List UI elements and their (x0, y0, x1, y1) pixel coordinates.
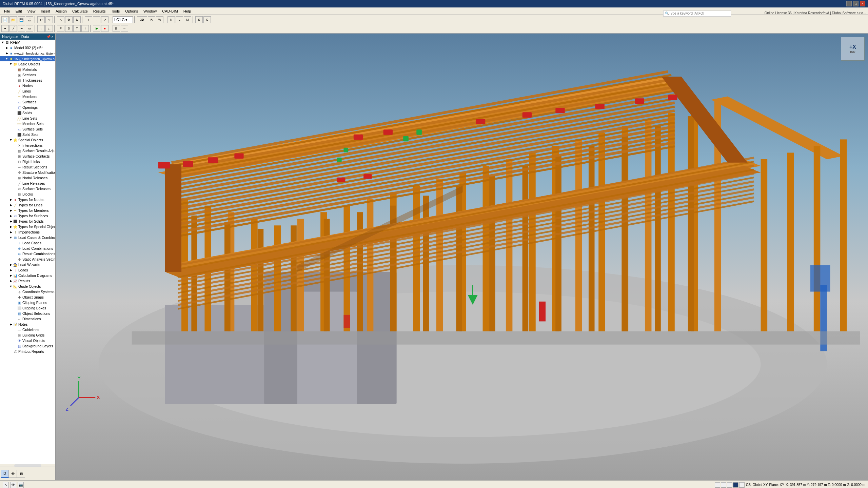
tree-result-combinations[interactable]: ⊗ Result Combinations (0, 251, 55, 257)
tree-solid-sets[interactable]: ⬛ Solid Sets (0, 132, 55, 137)
tree-special-objects[interactable]: ▼ ⭐ Special Objects (0, 137, 55, 143)
tb-dim[interactable]: ↔ (121, 25, 128, 32)
tree-blocks[interactable]: ⊟ Blocks (0, 191, 55, 197)
expand-icon[interactable]: ▶ (9, 219, 13, 223)
tree-guide-objects[interactable]: ▼ 📐 Guide Objects (0, 284, 55, 289)
window-controls[interactable]: – □ × (846, 1, 865, 6)
expand-icon[interactable]: ▼ (9, 62, 13, 66)
tree-solids[interactable]: ⬛ Solids (0, 110, 55, 116)
tb-section[interactable]: ⊞ (113, 25, 120, 32)
tree-members[interactable]: ━ Members (0, 94, 55, 99)
nav-view-tab[interactable]: 🖥 (17, 470, 25, 478)
status-pointer-btn[interactable]: ↖ (3, 482, 9, 488)
tb-members-toggle[interactable]: M (184, 16, 191, 23)
tree-clipping-boxes[interactable]: ⬜ Clipping Boxes (0, 305, 55, 311)
tb-surface[interactable]: ▭ (26, 25, 33, 32)
expand-icon[interactable]: ▶ (9, 273, 13, 278)
status-eye-btn[interactable]: 👁 (10, 482, 16, 488)
render-icon-2[interactable] (721, 482, 726, 488)
tree-structure-modifications[interactable]: ⚙ Structure Modifications (0, 170, 55, 175)
menu-help[interactable]: Help (181, 8, 194, 14)
tb-zoom-fit[interactable]: ⤢ (101, 16, 108, 23)
tb-new[interactable]: 📄 (1, 16, 9, 23)
tree-calculation-diagrams[interactable]: ▶ 📊 Calculation Diagrams (0, 273, 55, 278)
tree-openings[interactable]: ▢ Openings (0, 105, 55, 110)
tree-building-grids[interactable]: ⊞ Building Grids (0, 332, 55, 338)
tree-load-wizards[interactable]: ▶ 🧙 Load Wizards (0, 262, 55, 267)
tb-move[interactable]: ✥ (65, 16, 73, 23)
tb-zoom-out[interactable]: - (93, 16, 100, 23)
tree-sections[interactable]: ▣ Sections (0, 72, 55, 78)
tb-nodes-toggle[interactable]: N (167, 16, 175, 23)
tree-visual-objects[interactable]: 👁 Visual Objects (0, 338, 55, 343)
expand-icon[interactable]: ▼ (5, 57, 9, 61)
tb-select[interactable]: ↖ (57, 16, 64, 23)
tree-surface-releases[interactable]: ▭ Surface Releases (0, 186, 55, 191)
tb-calculate[interactable]: ▶ (93, 25, 100, 32)
tb-3d[interactable]: 3D (137, 16, 147, 23)
tb-view-side[interactable]: S (65, 25, 73, 32)
nav-scrollbar[interactable] (0, 464, 55, 467)
expand-icon[interactable]: ▶ (9, 225, 13, 229)
tree-model153[interactable]: ▼ ■ 153_Kindergarten_C(www.agabau.at.rf5… (0, 56, 55, 61)
tree-printout-reports[interactable]: 🖨 Printout Reports (0, 349, 55, 354)
expand-icon[interactable]: ▶ (9, 214, 13, 218)
tb-member[interactable]: ━ (18, 25, 25, 32)
tree-load-cases-combinations[interactable]: ▼ ⊞ Load Cases & Combinations (0, 235, 55, 240)
render-icon-active[interactable] (733, 482, 738, 488)
tree-object-selections[interactable]: ▤ Object Selections (0, 311, 55, 316)
tb-rotate[interactable]: ↻ (73, 16, 81, 23)
tb-undo[interactable]: ↩ (37, 16, 45, 23)
tree-load-combinations[interactable]: ⊕ Load Combinations (0, 246, 55, 251)
menu-calculate[interactable]: Calculate (70, 8, 91, 14)
tb-view-iso[interactable]: I (81, 25, 89, 32)
tree-line-releases[interactable]: ╱ Line Releases (0, 181, 55, 186)
expand-icon[interactable]: ▼ (9, 284, 13, 288)
tree-clipping-planes[interactable]: ▣ Clipping Planes (0, 300, 55, 305)
maximize-button[interactable]: □ (853, 1, 859, 6)
menu-edit[interactable]: Edit (13, 8, 25, 14)
expand-icon[interactable]: ▶ (9, 230, 13, 234)
nav-display-tab[interactable]: 👁 (9, 470, 17, 478)
tb-line[interactable]: ╱ (9, 25, 17, 32)
menu-cadbim[interactable]: CAD-BIM (159, 8, 180, 14)
tb-view-top[interactable]: T (73, 25, 81, 32)
viewport-3d[interactable]: X Y Z +X ISO (56, 34, 868, 480)
nav-close-button[interactable]: × (51, 35, 53, 39)
tree-root-rfem[interactable]: ▼ 🖥 RFEM (0, 40, 55, 45)
tree-imperfections[interactable]: ▶ ⌇ Imperfections (0, 229, 55, 235)
tree-surface-sets[interactable]: ▭ Surface Sets (0, 126, 55, 132)
tree-surfaces[interactable]: ▭ Surfaces (0, 99, 55, 105)
nav-pin-button[interactable]: 📌 (46, 35, 51, 39)
tree-surface-contacts[interactable]: ⊞ Surface Contacts (0, 154, 55, 159)
expand-icon[interactable]: ▶ (5, 51, 9, 55)
tree-materials[interactable]: ▦ Materials (0, 67, 55, 72)
tb-wire[interactable]: W (156, 16, 163, 23)
menu-file[interactable]: File (1, 8, 13, 14)
menu-view[interactable]: View (25, 8, 38, 14)
tree-rigid-links[interactable]: ⊡ Rigid Links (0, 159, 55, 164)
expand-icon[interactable]: ▼ (9, 236, 13, 240)
render-icon-1[interactable] (715, 482, 720, 488)
expand-icon[interactable]: ▼ (9, 138, 13, 142)
expand-icon[interactable]: ▶ (9, 279, 13, 283)
tree-nodal-releases[interactable]: ⊞ Nodal Releases (0, 175, 55, 181)
expand-icon[interactable]: ▶ (9, 208, 13, 212)
tree-guidelines[interactable]: — Guidelines (0, 327, 55, 332)
tb-stop[interactable]: ■ (101, 25, 108, 32)
tb-zoom-in[interactable]: + (85, 16, 92, 23)
tree-types-solids[interactable]: ▶ ⬛ Types for Solids (0, 219, 55, 224)
tree-timberdesign[interactable]: ▶ ■ www.timberdesign.cz_Ester-Tower-in-J… (0, 50, 55, 56)
tb-grid[interactable]: G (203, 16, 211, 23)
render-icon-5[interactable] (739, 482, 745, 488)
tree-static-analysis-settings[interactable]: ⚙ Static Analysis Settings (0, 257, 55, 262)
tree-load-cases[interactable]: ↓ Load Cases (0, 240, 55, 246)
tree-model002[interactable]: ▶ ■ Model 002 (2).rf5* (0, 45, 55, 50)
expand-icon[interactable]: ▼ (1, 40, 5, 44)
tree-member-sets[interactable]: ━━ Member Sets (0, 121, 55, 126)
tb-render[interactable]: R (148, 16, 155, 23)
tree-loads[interactable]: ▶ ↓ Loads (0, 267, 55, 273)
render-icon-3[interactable] (727, 482, 732, 488)
menu-options[interactable]: Options (122, 8, 141, 14)
tree-background-layers[interactable]: ▤ Background Layers (0, 343, 55, 349)
